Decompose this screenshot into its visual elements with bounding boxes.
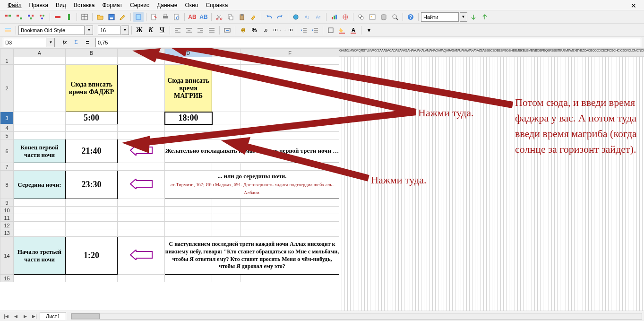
menu-edit[interactable]: Правка bbox=[26, 1, 52, 9]
row-header[interactable]: 11 bbox=[0, 214, 14, 222]
find-dropdown[interactable]: ▼ bbox=[460, 12, 467, 22]
col-header-e[interactable]: E bbox=[212, 49, 240, 57]
bgcolor-icon[interactable] bbox=[337, 25, 347, 35]
tb-zoom-icon[interactable] bbox=[390, 12, 400, 22]
tb-copy-icon[interactable] bbox=[225, 12, 236, 22]
font-size-dropdown[interactable]: ▼ bbox=[121, 26, 129, 35]
cell-b14[interactable]: 1:20 bbox=[66, 237, 118, 275]
tb-gallery-icon[interactable] bbox=[367, 12, 378, 22]
percent-icon[interactable]: % bbox=[249, 25, 259, 35]
cellref-dropdown[interactable]: ▼ bbox=[47, 38, 55, 47]
tb-redo-icon[interactable] bbox=[275, 12, 285, 22]
row-header[interactable]: 14 bbox=[0, 237, 14, 275]
sheet-tab[interactable]: Лист1 bbox=[40, 312, 66, 320]
find-input[interactable] bbox=[421, 12, 459, 22]
cell-a8[interactable]: Середина ночи: bbox=[14, 171, 66, 199]
formula-input[interactable] bbox=[95, 38, 641, 47]
tab-first-icon[interactable]: |◀ bbox=[2, 312, 10, 320]
tb-save-icon[interactable] bbox=[106, 12, 117, 22]
cell-f6[interactable]: Желательно откладывать намаз 'иша до пер… bbox=[165, 139, 340, 163]
compressed-cols-area[interactable] bbox=[339, 57, 644, 311]
cell-c8-arrow[interactable] bbox=[118, 171, 165, 199]
tb-toggle-icon[interactable] bbox=[133, 12, 144, 22]
tb-spell-icon[interactable]: AB bbox=[187, 12, 197, 22]
tb-datasource-icon[interactable] bbox=[378, 12, 389, 22]
tb-sort-desc-icon[interactable]: A↑ bbox=[313, 12, 324, 22]
cell-b2-fajr-label[interactable]: Сюда вписать время ФАДЖР bbox=[66, 65, 118, 112]
row-header[interactable]: 10 bbox=[0, 207, 14, 214]
row-header[interactable]: 15 bbox=[0, 275, 14, 282]
align-center-icon[interactable] bbox=[184, 25, 194, 35]
row-header[interactable]: 9 bbox=[0, 199, 14, 207]
cell-f14[interactable]: С наступлением последней трети каждой но… bbox=[165, 237, 340, 275]
cell-a14[interactable]: Начало третьей части ночи bbox=[14, 237, 66, 275]
tb-link-icon[interactable] bbox=[291, 12, 301, 22]
font-size-input[interactable] bbox=[98, 26, 120, 35]
align-left-icon[interactable] bbox=[172, 25, 183, 35]
fontcolor-icon[interactable]: A bbox=[348, 25, 359, 35]
tb-print-icon[interactable] bbox=[160, 12, 171, 22]
close-icon[interactable]: ✕ bbox=[627, 1, 640, 10]
tb-spell2-icon[interactable]: AB bbox=[198, 12, 209, 22]
merge-cells-icon[interactable] bbox=[222, 25, 232, 35]
row-header[interactable]: 8 bbox=[0, 171, 14, 199]
underline-button[interactable]: Ч bbox=[157, 25, 167, 35]
menu-format[interactable]: Формат bbox=[98, 1, 126, 9]
currency-icon[interactable]: ₴ bbox=[238, 25, 248, 35]
equals-icon[interactable]: = bbox=[82, 37, 93, 48]
cell-b8[interactable]: 23:30 bbox=[66, 171, 118, 199]
borders-icon[interactable] bbox=[326, 25, 336, 35]
find-prev-icon[interactable] bbox=[480, 12, 490, 22]
tb-undo-icon[interactable] bbox=[264, 12, 274, 22]
tb-preview-icon[interactable] bbox=[172, 12, 182, 22]
tb-chart-icon[interactable] bbox=[329, 12, 339, 22]
tab-prev-icon[interactable]: ◀ bbox=[11, 312, 20, 320]
align-justify-icon[interactable] bbox=[206, 25, 217, 35]
dec-decimal-icon[interactable]: ←.00 bbox=[283, 25, 293, 35]
tab-last-icon[interactable]: ▶| bbox=[30, 312, 39, 320]
cell-f8[interactable]: ... или до середины ночи.ат-Тирмизи, 167… bbox=[165, 171, 340, 199]
inc-indent-icon[interactable] bbox=[310, 25, 320, 35]
compressed-col-headers[interactable]: GHIJKLMNOPQRSTUVWXYZAAABACADAEAFAGAHAIAJ… bbox=[339, 48, 644, 57]
tab-next-icon[interactable]: ▶ bbox=[21, 312, 29, 320]
col-header-d[interactable]: D bbox=[165, 49, 212, 57]
cell-d2-maghrib-label[interactable]: Сюда вписать время МАГРИБ bbox=[165, 65, 212, 112]
row-header[interactable]: 12 bbox=[0, 222, 14, 229]
row-header[interactable]: 13 bbox=[0, 229, 14, 237]
tb-sort-asc-icon[interactable]: A↓ bbox=[302, 12, 312, 22]
tb-open-icon[interactable] bbox=[95, 12, 105, 22]
extra-dropdown-icon[interactable]: ▾ bbox=[364, 25, 374, 35]
cell-c14-arrow[interactable] bbox=[118, 237, 165, 275]
col-header-a[interactable]: A bbox=[14, 49, 66, 57]
spreadsheet-grid[interactable]: A B C D E F 1 2 Сюда вписать время ФАДЖР… bbox=[0, 48, 340, 282]
cell-c6-arrow[interactable] bbox=[118, 139, 165, 163]
tb-cut-icon[interactable] bbox=[214, 12, 224, 22]
tb-find-icon[interactable] bbox=[356, 12, 366, 22]
select-all-corner[interactable] bbox=[0, 49, 14, 57]
font-name-input[interactable] bbox=[18, 26, 85, 35]
sum-icon[interactable]: Σ bbox=[71, 37, 81, 48]
menu-view[interactable]: Вид bbox=[52, 1, 70, 9]
font-name-dropdown[interactable]: ▼ bbox=[86, 26, 93, 35]
tb-icon-6[interactable] bbox=[64, 12, 74, 22]
row-header[interactable]: 5 bbox=[0, 132, 14, 139]
tb-icon-4[interactable] bbox=[37, 12, 47, 22]
find-next-icon[interactable] bbox=[468, 12, 479, 22]
cell-a6[interactable]: Конец первой части ночи bbox=[14, 139, 66, 163]
bold-button[interactable]: Ж bbox=[134, 25, 145, 35]
row-header[interactable]: 6 bbox=[0, 139, 14, 163]
menu-help[interactable]: Справка bbox=[202, 1, 232, 9]
tb-icon-2[interactable] bbox=[14, 12, 25, 22]
align-right-icon[interactable] bbox=[195, 25, 206, 35]
dec-indent-icon[interactable] bbox=[299, 25, 309, 35]
cell-d3-maghrib-time[interactable]: 18:00 bbox=[165, 112, 212, 124]
tb-icon-5[interactable] bbox=[52, 12, 63, 22]
row-header[interactable]: 4 bbox=[0, 124, 14, 132]
tb-edit-icon[interactable] bbox=[118, 12, 128, 22]
tb-paste-icon[interactable] bbox=[237, 12, 247, 22]
styles-icon[interactable] bbox=[3, 25, 13, 35]
col-header-f[interactable]: F bbox=[240, 49, 340, 57]
row-header[interactable]: 1 bbox=[0, 57, 14, 65]
tb-help-icon[interactable]: ? bbox=[405, 12, 416, 22]
row-header[interactable]: 3 bbox=[0, 112, 14, 124]
